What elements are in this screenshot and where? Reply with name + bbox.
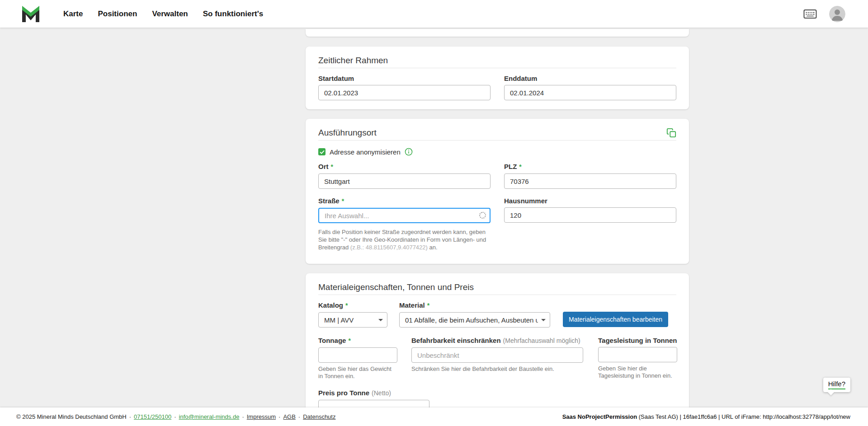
tonnage-field: Tonnage * Geben Sie hier das Gewicht in …	[318, 337, 397, 380]
adresse-anonymisieren-label: Adresse anonymisieren	[330, 148, 401, 156]
nav-item-so-funktionierts[interactable]: So funktioniert's	[203, 9, 263, 19]
befahrbarkeit-input[interactable]	[411, 347, 583, 363]
hausnummer-input[interactable]	[504, 207, 676, 223]
strasse-label: Straße *	[318, 197, 491, 205]
strasse-label-text: Straße	[318, 197, 340, 205]
material-field: Material * 01 Abfälle, die beim Aufsuche…	[399, 301, 550, 328]
checkmark-icon	[320, 150, 325, 154]
footer-separator: ·	[278, 413, 280, 420]
preis-label: Preis pro Tonne (Netto)	[318, 389, 429, 397]
form-content: Zeitlicher Rahmen Startdatum Enddatum Au…	[306, 28, 689, 426]
help-button[interactable]: Hilfe?	[823, 378, 850, 392]
keyboard-icon[interactable]	[803, 9, 817, 19]
preis-label-suffix: (Netto)	[372, 389, 391, 397]
divider	[318, 295, 676, 295]
footer-separator: ·	[129, 413, 131, 420]
enddatum-label-text: Enddatum	[504, 75, 537, 82]
materialeigenschaften-bearbeiten-button[interactable]: Materialeigenschaften bearbeiten	[563, 312, 668, 327]
startdatum-input[interactable]	[318, 85, 491, 100]
edit-button-wrap: Materialeigenschaften bearbeiten	[563, 312, 668, 327]
ort-label-text: Ort	[318, 163, 329, 170]
enddatum-label: Enddatum	[504, 75, 676, 82]
date-row: Startdatum Enddatum	[318, 75, 676, 100]
material-label-text: Material	[399, 301, 425, 309]
preis-label-text: Preis pro Tonne	[318, 389, 369, 397]
tagesleistung-label-text: Tagesleistung in Tonnen	[598, 337, 677, 344]
nav-item-karte[interactable]: Karte	[63, 9, 83, 19]
adresse-anonymisieren-checkbox[interactable]	[318, 148, 326, 155]
footer-link-impressum[interactable]: Impressum	[247, 413, 276, 420]
tagesleistung-hint: Geben Sie hier die Tagesleistung in Tonn…	[598, 365, 677, 379]
top-navbar: Karte Positionen Verwalten So funktionie…	[0, 0, 868, 28]
footer-separator: ·	[242, 413, 244, 420]
footer-environment-info: Saas NoProjectPermission (Saas Test AG) …	[562, 413, 850, 420]
user-avatar-icon[interactable]	[829, 6, 845, 22]
anonymisieren-row: Adresse anonymisieren	[318, 148, 676, 156]
katalog-material-row: Katalog * MM | AVV Material * 01 Abfälle…	[318, 301, 676, 328]
strasse-field: Straße * Falls die Position keiner Straß…	[318, 197, 491, 251]
loading-spinner-icon	[479, 212, 486, 219]
material-card-title: Materialeigenschaften, Tonnen und Preis	[318, 281, 676, 293]
befahrbarkeit-label-suffix: (Mehrfachauswahl möglich)	[503, 337, 580, 345]
nav-item-verwalten[interactable]: Verwalten	[152, 9, 188, 19]
copy-icon[interactable]	[666, 128, 676, 138]
previous-card-partial	[306, 29, 689, 37]
logo-graphic	[21, 5, 41, 23]
footer-copyright: © 2025 Mineral Minds Deutschland GmbH	[16, 413, 127, 420]
katalog-label-text: Katalog	[318, 301, 343, 309]
hausnummer-field: Hausnummer	[504, 197, 676, 223]
strasse-input[interactable]	[318, 208, 491, 223]
material-select[interactable]: 01 Abfälle, die beim Aufsuchen, Ausbeute…	[399, 312, 550, 328]
footer: © 2025 Mineral Minds Deutschland GmbH · …	[0, 407, 868, 426]
tagesleistung-field: Tagesleistung in Tonnen Geben Sie hier d…	[598, 337, 677, 379]
material-label: Material *	[399, 301, 550, 309]
tagesleistung-label: Tagesleistung in Tonnen	[598, 337, 677, 344]
mineral-minds-logo[interactable]	[21, 5, 41, 23]
startdatum-label: Startdatum	[318, 75, 491, 82]
tonnage-label-text: Tonnage	[318, 337, 346, 344]
tagesleistung-input[interactable]	[598, 347, 677, 362]
required-asterisk: *	[331, 163, 333, 171]
startdatum-label-text: Startdatum	[318, 75, 354, 82]
plz-input[interactable]	[504, 173, 676, 189]
footer-saas-details: (Saas Test AG) | 16fae1ffc6a6 | URL of i…	[637, 413, 850, 420]
footer-phone-link[interactable]: 07151/250100	[134, 413, 171, 420]
befahrbarkeit-label: Befahrbarkeit einschränken (Mehrfachausw…	[411, 337, 583, 345]
befahrbarkeit-label-text: Befahrbarkeit einschränken	[411, 337, 501, 344]
plz-field: PLZ *	[504, 163, 676, 189]
info-icon[interactable]	[405, 148, 413, 156]
chevron-down-icon	[541, 319, 546, 321]
footer-link-agb[interactable]: AGB	[283, 413, 295, 420]
required-asterisk: *	[519, 163, 521, 171]
hausnummer-label: Hausnummer	[504, 197, 676, 205]
startdatum-field: Startdatum	[318, 75, 491, 100]
befahrbarkeit-hint: Schränken Sie hier die Befahrbarkeit der…	[411, 365, 583, 373]
divider	[318, 68, 676, 68]
ausfuehrungsort-title: Ausführungsort	[318, 127, 377, 139]
footer-email-link[interactable]: info@mineral-minds.de	[179, 413, 240, 420]
katalog-select[interactable]: MM | AVV	[318, 312, 387, 328]
tonnage-row: Tonnage * Geben Sie hier das Gewicht in …	[318, 337, 676, 380]
strasse-input-wrap	[318, 208, 491, 223]
ausfuehrungsort-title-row: Ausführungsort	[318, 127, 676, 139]
navbar-right	[803, 6, 845, 22]
footer-separator: ·	[298, 413, 300, 420]
ort-label: Ort *	[318, 163, 491, 171]
footer-saas-name: Saas NoProjectPermission	[562, 413, 637, 420]
ort-input[interactable]	[318, 173, 491, 189]
card-ausfuehrungsort: Ausführungsort Adresse anonymisieren	[306, 119, 689, 264]
tonnage-input[interactable]	[318, 347, 397, 363]
nav-item-positionen[interactable]: Positionen	[98, 9, 137, 19]
footer-link-datenschutz[interactable]: Datenschutz	[303, 413, 335, 420]
strasse-hint: Falls die Position keiner Straße zugeord…	[318, 228, 491, 251]
katalog-field: Katalog * MM | AVV	[318, 301, 387, 328]
zeitlicher-rahmen-title: Zeitlicher Rahmen	[318, 55, 676, 66]
ort-plz-row: Ort * PLZ *	[318, 163, 676, 189]
required-asterisk: *	[348, 337, 350, 345]
card-zeitlicher-rahmen: Zeitlicher Rahmen Startdatum Enddatum	[306, 47, 689, 109]
footer-separator: ·	[174, 413, 176, 420]
enddatum-input[interactable]	[504, 85, 676, 100]
strasse-hint-end: an.	[428, 244, 438, 251]
tonnage-label: Tonnage *	[318, 337, 397, 345]
required-asterisk: *	[345, 302, 348, 309]
